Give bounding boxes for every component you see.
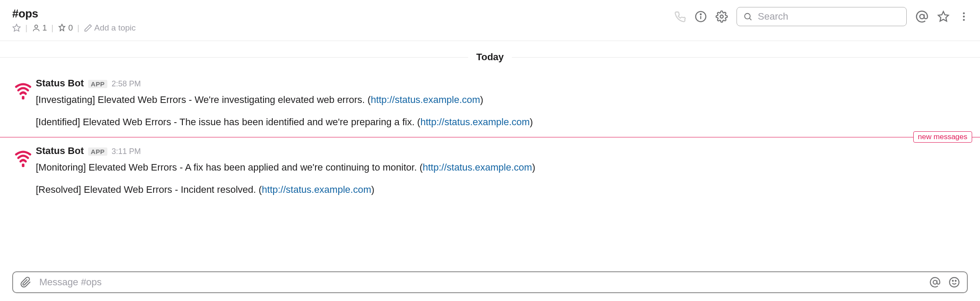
mentions-icon[interactable] <box>915 10 929 23</box>
new-messages-label: new messages <box>913 131 972 143</box>
svg-point-4 <box>700 14 701 15</box>
message-text: [Resolved] Elevated Web Errors - Inciden… <box>0 181 980 201</box>
info-icon[interactable] <box>695 10 707 23</box>
message-link[interactable]: http://status.example.com <box>371 94 480 105</box>
svg-marker-0 <box>13 24 21 31</box>
header-right <box>674 7 970 26</box>
date-divider: Today <box>0 51 980 63</box>
svg-point-11 <box>963 16 965 17</box>
mention-icon[interactable] <box>929 277 941 288</box>
avatar[interactable] <box>12 146 34 168</box>
svg-point-5 <box>720 15 723 18</box>
app-badge: APP <box>88 80 107 88</box>
phone-icon[interactable] <box>674 10 686 23</box>
attachment-icon[interactable] <box>20 277 31 288</box>
svg-marker-9 <box>938 11 948 21</box>
svg-rect-14 <box>22 164 24 167</box>
svg-point-6 <box>745 14 750 19</box>
app-badge: APP <box>88 147 107 156</box>
svg-point-12 <box>963 19 965 21</box>
svg-point-10 <box>963 12 965 14</box>
svg-rect-13 <box>22 96 24 99</box>
avatar[interactable] <box>12 79 34 100</box>
search-input[interactable] <box>758 11 900 22</box>
composer <box>12 271 968 293</box>
message-row[interactable]: Status Bot APP 2:58 PM [Investigating] E… <box>0 76 980 113</box>
svg-point-16 <box>949 277 959 287</box>
sender-name[interactable]: Status Bot <box>36 78 84 89</box>
svg-line-7 <box>750 18 751 20</box>
message-link[interactable]: http://status.example.com <box>423 162 532 173</box>
message-link[interactable]: http://status.example.com <box>420 116 530 127</box>
message-row[interactable]: Status Bot APP 3:11 PM [Monitoring] Elev… <box>0 144 980 181</box>
gear-icon[interactable] <box>716 10 728 23</box>
channel-meta: | 1 | 0 | Add a topic <box>12 23 674 33</box>
message-text: [Identified] Elevated Web Errors - The i… <box>0 113 980 133</box>
svg-point-18 <box>955 280 956 281</box>
message-input[interactable] <box>39 277 922 288</box>
svg-point-8 <box>920 14 924 19</box>
emoji-icon[interactable] <box>949 277 960 288</box>
member-count[interactable]: 1 <box>32 23 47 33</box>
new-messages-divider: new messages <box>0 137 980 137</box>
search-icon <box>743 11 753 22</box>
message-text: [Investigating] Elevated Web Errors - We… <box>36 91 968 111</box>
message-block: Status Bot APP 3:11 PM [Monitoring] Elev… <box>0 144 980 201</box>
search-box[interactable] <box>737 7 907 26</box>
channel-header: #ops | 1 | 0 | Add a topic <box>0 0 980 41</box>
message-link[interactable]: http://status.example.com <box>262 184 371 195</box>
sender-name[interactable]: Status Bot <box>36 145 84 157</box>
svg-point-15 <box>933 280 937 284</box>
message-text: [Monitoring] Elevated Web Errors - A fix… <box>36 158 968 179</box>
timestamp[interactable]: 3:11 PM <box>112 147 141 156</box>
channel-name[interactable]: #ops <box>12 7 674 21</box>
add-topic-button[interactable]: Add a topic <box>84 23 136 33</box>
timestamp[interactable]: 2:58 PM <box>112 79 141 89</box>
star-icon[interactable] <box>937 10 949 23</box>
svg-point-17 <box>953 280 953 281</box>
star-channel-button[interactable] <box>12 24 21 32</box>
more-icon[interactable] <box>958 11 970 22</box>
pin-count[interactable]: 0 <box>58 23 73 33</box>
header-left: #ops | 1 | 0 | Add a topic <box>12 7 674 33</box>
svg-point-1 <box>35 25 38 28</box>
message-block: Status Bot APP 2:58 PM [Investigating] E… <box>0 76 980 133</box>
